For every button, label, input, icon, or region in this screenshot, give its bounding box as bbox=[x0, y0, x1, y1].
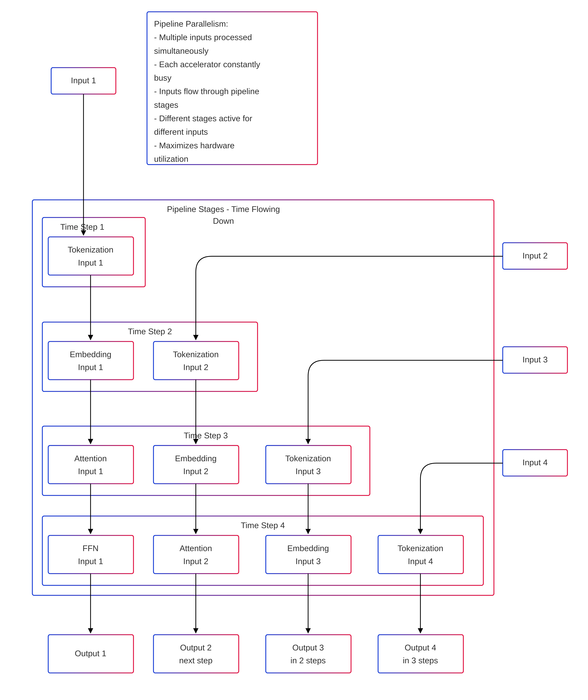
ts4-cell-1: FFN Input 1 bbox=[48, 535, 133, 574]
svg-rect-11 bbox=[48, 341, 133, 380]
svg-text:next step: next step bbox=[179, 656, 212, 665]
note-line: - Maximizes hardware bbox=[154, 141, 234, 150]
note-line: stages bbox=[154, 100, 178, 109]
note-box: Pipeline Parallelism: - Multiple inputs … bbox=[147, 12, 318, 165]
output-1-node: Output 1 bbox=[48, 635, 133, 673]
svg-rect-7 bbox=[48, 237, 133, 275]
note-title: Pipeline Parallelism: bbox=[154, 19, 228, 28]
note-line: - Inputs flow through pipeline bbox=[154, 87, 259, 96]
svg-rect-37 bbox=[378, 535, 463, 574]
input-1-node: Input 1 bbox=[51, 68, 116, 94]
svg-rect-48 bbox=[378, 635, 463, 673]
timestep-1: Time Step 1 Tokenization Input 1 bbox=[42, 217, 145, 287]
svg-text:Input 4: Input 4 bbox=[408, 557, 433, 566]
ts2-cell-2: Tokenization Input 2 bbox=[153, 341, 239, 380]
note-line: utilization bbox=[154, 154, 188, 163]
svg-text:Tokenization: Tokenization bbox=[398, 544, 443, 553]
svg-text:Tokenization: Tokenization bbox=[68, 245, 113, 254]
ts4-cell-3: Embedding Input 3 bbox=[266, 535, 351, 574]
svg-text:Input 1: Input 1 bbox=[78, 258, 103, 267]
input-3-label: Input 3 bbox=[522, 355, 548, 364]
ts3-cell-2: Embedding Input 2 bbox=[153, 445, 239, 484]
note-line: - Each accelerator constantly bbox=[154, 60, 260, 69]
svg-text:Input 1: Input 1 bbox=[78, 557, 103, 566]
pipeline-title-1: Pipeline Stages - Time Flowing bbox=[167, 204, 280, 214]
pipeline-title-2: Down bbox=[213, 216, 234, 225]
svg-text:Output 2: Output 2 bbox=[180, 643, 211, 652]
timestep-4-label: Time Step 4 bbox=[241, 521, 285, 530]
svg-text:Embedding: Embedding bbox=[175, 454, 217, 463]
svg-text:Attention: Attention bbox=[180, 544, 212, 553]
svg-text:Embedding: Embedding bbox=[287, 544, 329, 553]
svg-text:Attention: Attention bbox=[74, 454, 107, 463]
ts3-cell-1: Attention Input 1 bbox=[48, 445, 133, 484]
ts3-cell-3: Tokenization Input 3 bbox=[266, 445, 351, 484]
input-4-label: Input 4 bbox=[522, 458, 548, 467]
svg-text:Input 3: Input 3 bbox=[296, 467, 321, 476]
svg-rect-28 bbox=[48, 535, 133, 574]
svg-rect-21 bbox=[153, 445, 239, 484]
svg-rect-34 bbox=[266, 535, 351, 574]
svg-rect-18 bbox=[48, 445, 133, 484]
output-3-node: Output 3 in 2 steps bbox=[266, 635, 351, 673]
timestep-2: Time Step 2 Embedding Input 1 Tokenizati… bbox=[42, 322, 257, 391]
input-2-label: Input 2 bbox=[522, 251, 548, 260]
svg-text:Input 1: Input 1 bbox=[78, 363, 103, 372]
svg-text:Input 2: Input 2 bbox=[183, 467, 208, 476]
timestep-1-label: Time Step 1 bbox=[60, 222, 104, 231]
svg-text:Input 2: Input 2 bbox=[183, 363, 208, 372]
output-4-node: Output 4 in 3 steps bbox=[378, 635, 463, 673]
note-line: busy bbox=[154, 73, 171, 82]
input-2-node: Input 2 bbox=[503, 243, 567, 269]
svg-rect-45 bbox=[266, 635, 351, 673]
note-line: - Different stages active for bbox=[154, 114, 252, 123]
svg-text:FFN: FFN bbox=[82, 544, 98, 553]
ts4-cell-4: Tokenization Input 4 bbox=[378, 535, 463, 574]
svg-text:Input 1: Input 1 bbox=[78, 467, 103, 476]
ts2-cell-1: Embedding Input 1 bbox=[48, 341, 133, 380]
svg-text:Tokenization: Tokenization bbox=[285, 454, 331, 463]
edge-input3-ts3 bbox=[308, 360, 503, 444]
svg-rect-14 bbox=[153, 341, 239, 380]
timestep-3: Time Step 3 Attention Input 1 Embedding … bbox=[42, 426, 370, 495]
note-line: simultaneously bbox=[154, 46, 208, 55]
svg-text:Output 4: Output 4 bbox=[405, 643, 436, 652]
svg-text:Output 1: Output 1 bbox=[75, 649, 106, 658]
svg-text:Tokenization: Tokenization bbox=[173, 350, 219, 359]
input-1-label: Input 1 bbox=[71, 76, 96, 85]
svg-text:in 2 steps: in 2 steps bbox=[290, 656, 326, 665]
svg-rect-31 bbox=[153, 535, 239, 574]
svg-text:Embedding: Embedding bbox=[70, 350, 111, 359]
svg-rect-42 bbox=[153, 635, 239, 673]
svg-text:Input 3: Input 3 bbox=[296, 557, 321, 566]
edge-input4-ts4 bbox=[421, 463, 503, 534]
svg-rect-24 bbox=[266, 445, 351, 484]
edge-input2-ts2 bbox=[196, 256, 503, 340]
ts4-cell-2: Attention Input 2 bbox=[153, 535, 239, 574]
note-line: different inputs bbox=[154, 127, 208, 136]
ts1-cell-1: Tokenization Input 1 bbox=[48, 237, 133, 275]
timestep-4: Time Step 4 FFN Input 1 Attention Input … bbox=[42, 516, 483, 585]
svg-text:Input 2: Input 2 bbox=[183, 557, 208, 566]
input-3-node: Input 3 bbox=[503, 347, 567, 373]
timestep-2-label: Time Step 2 bbox=[128, 327, 172, 336]
input-4-node: Input 4 bbox=[503, 450, 567, 476]
svg-text:in 3 steps: in 3 steps bbox=[403, 656, 438, 665]
note-line: - Multiple inputs processed bbox=[154, 33, 252, 42]
output-2-node: Output 2 next step bbox=[153, 635, 239, 673]
svg-text:Output 3: Output 3 bbox=[292, 643, 324, 652]
timestep-3-label: Time Step 3 bbox=[184, 431, 228, 440]
